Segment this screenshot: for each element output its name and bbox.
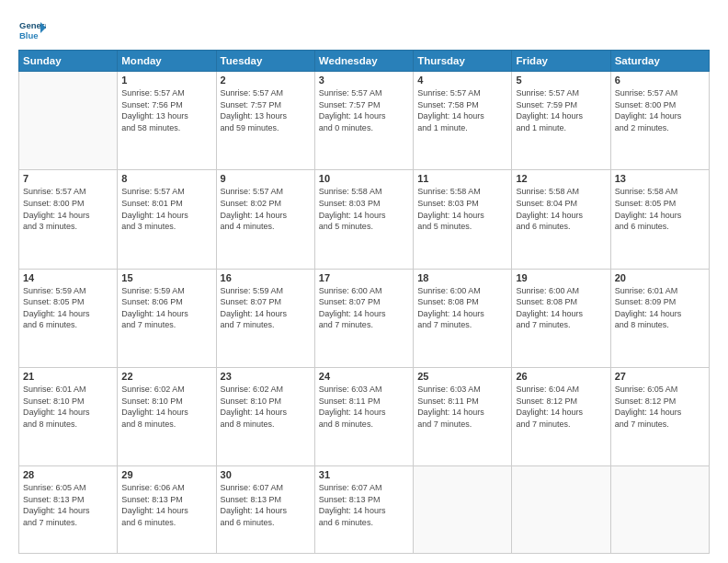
day-info: Sunrise: 5:57 AM Sunset: 7:57 PM Dayligh… — [221, 87, 311, 133]
day-number: 23 — [221, 371, 311, 382]
calendar-cell: 9Sunrise: 5:57 AM Sunset: 8:02 PM Daylig… — [216, 170, 314, 269]
day-number: 10 — [319, 173, 409, 184]
weekday-thursday: Thursday — [414, 51, 512, 72]
calendar-cell — [414, 466, 512, 554]
day-info: Sunrise: 6:01 AM Sunset: 8:09 PM Dayligh… — [615, 285, 705, 331]
day-number: 28 — [23, 469, 113, 480]
day-info: Sunrise: 6:00 AM Sunset: 8:07 PM Dayligh… — [319, 285, 409, 331]
calendar-cell — [19, 72, 118, 170]
calendar-cell: 17Sunrise: 6:00 AM Sunset: 8:07 PM Dayli… — [314, 269, 413, 367]
day-info: Sunrise: 6:01 AM Sunset: 8:10 PM Dayligh… — [23, 384, 113, 430]
day-info: Sunrise: 6:03 AM Sunset: 8:11 PM Dayligh… — [417, 384, 507, 430]
weekday-saturday: Saturday — [610, 51, 709, 72]
day-info: Sunrise: 6:02 AM Sunset: 8:10 PM Dayligh… — [221, 384, 311, 430]
day-info: Sunrise: 5:57 AM Sunset: 8:01 PM Dayligh… — [121, 186, 211, 232]
weekday-wednesday: Wednesday — [314, 51, 413, 72]
day-number: 18 — [417, 272, 507, 283]
weekday-tuesday: Tuesday — [216, 51, 314, 72]
day-info: Sunrise: 5:57 AM Sunset: 7:59 PM Dayligh… — [516, 87, 606, 133]
day-number: 11 — [417, 173, 507, 184]
day-info: Sunrise: 6:07 AM Sunset: 8:13 PM Dayligh… — [319, 482, 409, 528]
day-info: Sunrise: 6:00 AM Sunset: 8:08 PM Dayligh… — [516, 285, 606, 331]
day-info: Sunrise: 6:05 AM Sunset: 8:13 PM Dayligh… — [23, 482, 113, 528]
calendar-cell: 26Sunrise: 6:04 AM Sunset: 8:12 PM Dayli… — [512, 367, 610, 465]
day-number: 31 — [319, 469, 409, 480]
day-info: Sunrise: 6:05 AM Sunset: 8:12 PM Dayligh… — [615, 384, 705, 430]
calendar-cell: 1Sunrise: 5:57 AM Sunset: 7:56 PM Daylig… — [118, 72, 216, 170]
day-number: 24 — [319, 371, 409, 382]
day-number: 19 — [516, 272, 606, 283]
day-number: 12 — [516, 173, 606, 184]
day-info: Sunrise: 5:57 AM Sunset: 7:58 PM Dayligh… — [417, 87, 507, 133]
calendar-body: 1Sunrise: 5:57 AM Sunset: 7:56 PM Daylig… — [19, 72, 710, 554]
week-row-1: 1Sunrise: 5:57 AM Sunset: 7:56 PM Daylig… — [19, 72, 710, 170]
day-number: 14 — [23, 272, 113, 283]
calendar-cell: 18Sunrise: 6:00 AM Sunset: 8:08 PM Dayli… — [414, 269, 512, 367]
day-number: 5 — [516, 75, 606, 86]
day-info: Sunrise: 5:59 AM Sunset: 8:06 PM Dayligh… — [121, 285, 211, 331]
calendar-cell: 16Sunrise: 5:59 AM Sunset: 8:07 PM Dayli… — [216, 269, 314, 367]
calendar-cell: 31Sunrise: 6:07 AM Sunset: 8:13 PM Dayli… — [314, 466, 413, 554]
day-info: Sunrise: 5:59 AM Sunset: 8:05 PM Dayligh… — [23, 285, 113, 331]
calendar-cell: 28Sunrise: 6:05 AM Sunset: 8:13 PM Dayli… — [19, 466, 118, 554]
calendar-cell: 5Sunrise: 5:57 AM Sunset: 7:59 PM Daylig… — [512, 72, 610, 170]
day-info: Sunrise: 5:57 AM Sunset: 8:00 PM Dayligh… — [615, 87, 705, 133]
day-info: Sunrise: 6:06 AM Sunset: 8:13 PM Dayligh… — [121, 482, 211, 528]
day-number: 26 — [516, 371, 606, 382]
calendar-cell: 13Sunrise: 5:58 AM Sunset: 8:05 PM Dayli… — [610, 170, 709, 269]
day-info: Sunrise: 5:57 AM Sunset: 8:02 PM Dayligh… — [221, 186, 311, 232]
week-row-4: 21Sunrise: 6:01 AM Sunset: 8:10 PM Dayli… — [19, 367, 710, 465]
calendar-cell: 25Sunrise: 6:03 AM Sunset: 8:11 PM Dayli… — [414, 367, 512, 465]
day-number: 30 — [221, 469, 311, 480]
day-number: 21 — [23, 371, 113, 382]
logo: General Blue — [18, 17, 42, 40]
day-info: Sunrise: 5:57 AM Sunset: 7:57 PM Dayligh… — [319, 87, 409, 133]
day-info: Sunrise: 5:59 AM Sunset: 8:07 PM Dayligh… — [221, 285, 311, 331]
calendar-cell — [610, 466, 709, 554]
calendar-cell: 14Sunrise: 5:59 AM Sunset: 8:05 PM Dayli… — [19, 269, 118, 367]
weekday-sunday: Sunday — [19, 51, 118, 72]
day-number: 13 — [615, 173, 705, 184]
day-info: Sunrise: 5:57 AM Sunset: 8:00 PM Dayligh… — [23, 186, 113, 232]
calendar-page: General Blue SundayMondayTuesdayWednesda… — [0, 0, 728, 563]
day-number: 7 — [23, 173, 113, 184]
day-info: Sunrise: 5:58 AM Sunset: 8:03 PM Dayligh… — [319, 186, 409, 232]
day-number: 17 — [319, 272, 409, 283]
header: General Blue — [18, 17, 710, 40]
calendar-cell: 29Sunrise: 6:06 AM Sunset: 8:13 PM Dayli… — [118, 466, 216, 554]
calendar-cell: 7Sunrise: 5:57 AM Sunset: 8:00 PM Daylig… — [19, 170, 118, 269]
calendar-cell: 2Sunrise: 5:57 AM Sunset: 7:57 PM Daylig… — [216, 72, 314, 170]
calendar-cell: 8Sunrise: 5:57 AM Sunset: 8:01 PM Daylig… — [118, 170, 216, 269]
calendar-cell: 21Sunrise: 6:01 AM Sunset: 8:10 PM Dayli… — [19, 367, 118, 465]
day-number: 3 — [319, 75, 409, 86]
calendar-cell: 22Sunrise: 6:02 AM Sunset: 8:10 PM Dayli… — [118, 367, 216, 465]
day-number: 9 — [221, 173, 311, 184]
weekday-header-row: SundayMondayTuesdayWednesdayThursdayFrid… — [19, 51, 710, 72]
week-row-5: 28Sunrise: 6:05 AM Sunset: 8:13 PM Dayli… — [19, 466, 710, 554]
calendar-cell: 4Sunrise: 5:57 AM Sunset: 7:58 PM Daylig… — [414, 72, 512, 170]
day-number: 29 — [121, 469, 211, 480]
day-info: Sunrise: 5:58 AM Sunset: 8:03 PM Dayligh… — [417, 186, 507, 232]
calendar-cell: 15Sunrise: 5:59 AM Sunset: 8:06 PM Dayli… — [118, 269, 216, 367]
week-row-2: 7Sunrise: 5:57 AM Sunset: 8:00 PM Daylig… — [19, 170, 710, 269]
day-number: 22 — [121, 371, 211, 382]
day-info: Sunrise: 6:03 AM Sunset: 8:11 PM Dayligh… — [319, 384, 409, 430]
day-number: 8 — [121, 173, 211, 184]
day-info: Sunrise: 5:57 AM Sunset: 7:56 PM Dayligh… — [121, 87, 211, 133]
calendar-cell: 12Sunrise: 5:58 AM Sunset: 8:04 PM Dayli… — [512, 170, 610, 269]
calendar-cell: 30Sunrise: 6:07 AM Sunset: 8:13 PM Dayli… — [216, 466, 314, 554]
calendar-cell: 24Sunrise: 6:03 AM Sunset: 8:11 PM Dayli… — [314, 367, 413, 465]
day-info: Sunrise: 6:07 AM Sunset: 8:13 PM Dayligh… — [221, 482, 311, 528]
day-info: Sunrise: 6:02 AM Sunset: 8:10 PM Dayligh… — [121, 384, 211, 430]
calendar-cell: 11Sunrise: 5:58 AM Sunset: 8:03 PM Dayli… — [414, 170, 512, 269]
weekday-monday: Monday — [118, 51, 216, 72]
day-number: 2 — [221, 75, 311, 86]
day-number: 1 — [121, 75, 211, 86]
day-number: 4 — [417, 75, 507, 86]
day-number: 27 — [615, 371, 705, 382]
day-number: 25 — [417, 371, 507, 382]
calendar-cell: 3Sunrise: 5:57 AM Sunset: 7:57 PM Daylig… — [314, 72, 413, 170]
day-number: 15 — [121, 272, 211, 283]
calendar-cell: 6Sunrise: 5:57 AM Sunset: 8:00 PM Daylig… — [610, 72, 709, 170]
week-row-3: 14Sunrise: 5:59 AM Sunset: 8:05 PM Dayli… — [19, 269, 710, 367]
